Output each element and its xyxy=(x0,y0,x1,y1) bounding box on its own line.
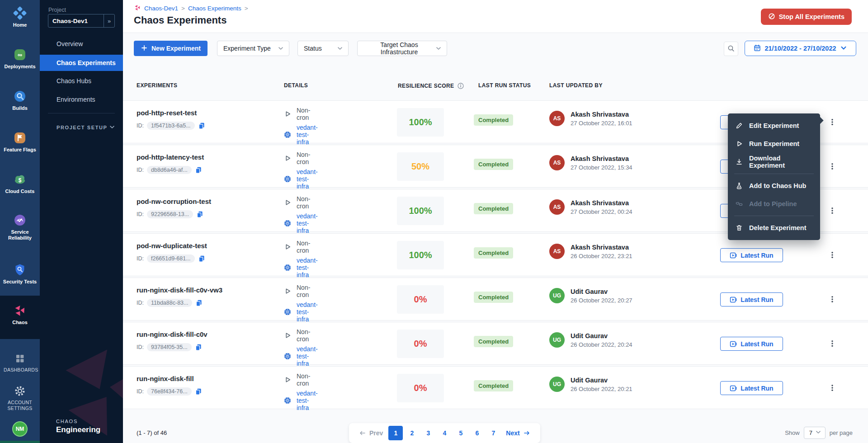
row-menu-button[interactable] xyxy=(826,115,838,129)
search-icon xyxy=(727,45,735,53)
copy-id-icon[interactable] xyxy=(195,299,203,306)
copy-id-icon[interactable] xyxy=(195,344,202,351)
updated-timestamp: 26 October 2022, 20:27 xyxy=(571,297,632,304)
search-button[interactable] xyxy=(724,42,738,56)
row-menu-button[interactable] xyxy=(826,248,838,262)
infrastructure-link[interactable]: vedant-test-infra xyxy=(297,124,318,146)
user-avatar[interactable]: NM xyxy=(12,421,28,437)
breadcrumb-project-link[interactable]: Chaos-Dev1 xyxy=(144,5,178,12)
sidebar-module-builds[interactable]: Builds xyxy=(0,90,40,111)
experiment-name[interactable]: run-nginx-disk-fill-c0v xyxy=(137,330,272,338)
kubernetes-infrastructure-icon xyxy=(284,175,291,183)
infrastructure-link[interactable]: vedant-test-infra xyxy=(297,345,318,367)
experiment-name[interactable]: pod-nw-duplicate-test xyxy=(137,242,272,250)
id-label: ID: xyxy=(137,300,144,306)
experiment-name[interactable]: pod-nw-corruption-test xyxy=(137,198,272,205)
sidebar-module-cloud-costs[interactable]: $Cloud Costs xyxy=(0,173,40,194)
updated-by-cell: ASAkash Shrivastava27 October 2022, 00:2… xyxy=(549,199,632,215)
page-size-select[interactable]: 7 xyxy=(804,427,826,439)
menu-item-edit-experiment[interactable]: Edit Experiment xyxy=(728,117,820,135)
experiment-name[interactable]: run-nginx-disk-fill xyxy=(137,375,272,382)
column-header-last-run-status: LAST RUN STATUS xyxy=(478,82,531,89)
row-menu-button[interactable] xyxy=(826,381,838,395)
latest-run-button[interactable]: Latest Run xyxy=(720,337,783,351)
copy-id-icon[interactable] xyxy=(195,388,202,395)
experiment-id-row: ID:11bda88c-83... xyxy=(137,299,272,307)
project-selector[interactable]: Chaos-Dev1 » xyxy=(48,14,115,28)
resilience-score: 0% xyxy=(397,374,444,402)
infrastructure-row: vedant-test-infra xyxy=(284,212,318,234)
copy-id-icon[interactable] xyxy=(198,255,205,262)
menu-item-download-experiment[interactable]: Download Experiment xyxy=(728,153,820,171)
sidebar-item-chaos-experiments[interactable]: Chaos Experiments xyxy=(40,55,123,71)
page-button-7[interactable]: 7 xyxy=(486,426,500,440)
experiment-name[interactable]: run-nginx-disk-fill-c0v-vw3 xyxy=(137,286,272,294)
latest-run-label: Latest Run xyxy=(741,252,773,259)
sidebar-module-service-reliability[interactable]: Service Reliability xyxy=(0,213,40,241)
infrastructure-link[interactable]: vedant-test-infra xyxy=(297,257,318,278)
page-button-4[interactable]: 4 xyxy=(437,426,452,440)
user-text: Akash Shrivastava27 October 2022, 00:24 xyxy=(571,199,632,215)
prev-page-button[interactable]: Prev xyxy=(355,426,387,440)
infrastructure-link[interactable]: vedant-test-infra xyxy=(297,301,318,323)
sidebar-dashboards[interactable]: DASHBOARDS xyxy=(0,352,40,373)
sidebar-item-chaos-hubs[interactable]: Chaos Hubs xyxy=(40,73,123,89)
filter-target-chaos-infrastructure[interactable]: Target Chaos Infrastructure xyxy=(357,41,447,56)
menu-item-delete-experiment[interactable]: Delete Experiment xyxy=(728,219,820,237)
experiment-name[interactable]: pod-http-reset-test xyxy=(137,109,272,117)
chevron-down-icon xyxy=(336,45,344,52)
sidebar-module-home[interactable]: Home xyxy=(0,6,40,28)
page-button-2[interactable]: 2 xyxy=(405,426,419,440)
status-badge: Completed xyxy=(474,292,513,303)
row-menu-button[interactable] xyxy=(826,160,838,173)
sidebar-item-overview[interactable]: Overview xyxy=(40,36,123,52)
row-menu-button[interactable] xyxy=(826,204,838,217)
new-experiment-button[interactable]: New Experiment xyxy=(134,41,208,56)
expand-sidebar-button[interactable]: » xyxy=(104,14,114,27)
page-button-6[interactable]: 6 xyxy=(470,426,484,440)
sidebar-item-environments[interactable]: Environments xyxy=(40,92,123,107)
experiment-name[interactable]: pod-http-latency-test xyxy=(137,153,272,161)
copy-id-icon[interactable] xyxy=(195,166,202,174)
latest-run-button[interactable]: Latest Run xyxy=(720,248,783,262)
filter-status[interactable]: Status xyxy=(297,41,349,56)
copy-id-icon[interactable] xyxy=(198,122,205,129)
date-range-picker[interactable]: 21/10/2022 - 27/10/2022 xyxy=(745,41,856,56)
table-row: run-nginx-disk-fill-c0v-vw3ID:11bda88c-8… xyxy=(123,278,868,320)
sidebar-account-settings[interactable]: ACCOUNT SETTINGS xyxy=(0,384,40,411)
sidebar-module-security-tests[interactable]: Security Tests xyxy=(0,263,40,285)
menu-item-label: Run Experiment xyxy=(749,140,799,147)
menu-item-add-to-chaos-hub[interactable]: Add to Chaos Hub xyxy=(728,177,820,195)
status-badge: Completed xyxy=(474,159,513,170)
schedule-type: Non-cron xyxy=(297,372,310,387)
latest-run-button[interactable]: Latest Run xyxy=(720,381,783,395)
infrastructure-row: vedant-test-infra xyxy=(284,345,318,367)
latest-run-button[interactable]: Latest Run xyxy=(720,292,783,306)
project-setup-toggle[interactable]: PROJECT SETUP xyxy=(57,121,116,134)
sidebar-module-deployments[interactable]: ∞Deployments xyxy=(0,48,40,70)
breadcrumb-page-link[interactable]: Chaos Experiments xyxy=(188,5,241,12)
row-menu-button[interactable] xyxy=(826,337,838,350)
infrastructure-link[interactable]: vedant-test-infra xyxy=(297,212,318,234)
filter-experiment-type[interactable]: Experiment Type xyxy=(217,41,289,56)
infrastructure-link[interactable]: vedant-test-infra xyxy=(297,390,318,411)
copy-id-icon[interactable] xyxy=(196,211,203,218)
resilience-score: 100% xyxy=(397,241,444,269)
experiment-id-row: ID:76e8f434-76... xyxy=(137,387,272,396)
stop-all-experiments-button[interactable]: Stop All Experiments xyxy=(761,9,852,25)
sidebar-module-feature-flags[interactable]: Feature Flags xyxy=(0,131,40,153)
user-text: Akash Shrivastava27 October 2022, 15:34 xyxy=(571,155,632,171)
plus-icon xyxy=(141,44,148,53)
sidebar-module-chaos[interactable]: Chaos xyxy=(0,304,40,325)
page-button-1[interactable]: 1 xyxy=(388,426,403,440)
id-label: ID: xyxy=(137,388,144,395)
menu-item-run-experiment[interactable]: Run Experiment xyxy=(728,135,820,153)
page-button-3[interactable]: 3 xyxy=(421,426,435,440)
page-button-5[interactable]: 5 xyxy=(453,426,468,440)
next-page-button[interactable]: Next xyxy=(502,426,533,440)
row-menu-button[interactable] xyxy=(826,292,838,306)
infrastructure-link[interactable]: vedant-test-infra xyxy=(297,168,318,190)
experiment-id: db8d6a46-af... xyxy=(147,166,192,174)
chaos-icon xyxy=(0,304,40,317)
column-header-label: RESILIENCE SCORE xyxy=(398,83,454,89)
